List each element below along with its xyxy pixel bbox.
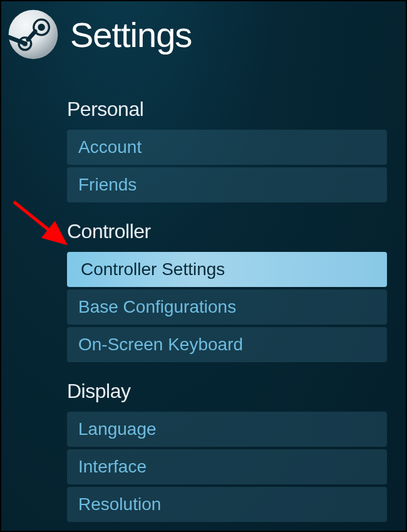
section-personal: Personal Account Friends bbox=[67, 98, 387, 202]
menu-item-label: Account bbox=[78, 137, 142, 157]
menu-item-label: On-Screen Keyboard bbox=[78, 335, 243, 354]
menu-item-base-configurations[interactable]: Base Configurations bbox=[67, 289, 387, 325]
menu-item-label: Friends bbox=[78, 175, 137, 194]
section-heading-display: Display bbox=[67, 380, 387, 403]
menu-item-language[interactable]: Language bbox=[67, 412, 387, 447]
settings-content: Personal Account Friends Controller Cont… bbox=[1, 73, 406, 522]
section-heading-personal: Personal bbox=[67, 98, 387, 121]
menu-item-on-screen-keyboard[interactable]: On-Screen Keyboard bbox=[67, 327, 387, 362]
menu-item-controller-settings[interactable]: Controller Settings bbox=[67, 252, 387, 287]
svg-point-2 bbox=[38, 24, 44, 31]
menu-item-account[interactable]: Account bbox=[67, 130, 387, 165]
header: Settings bbox=[1, 1, 406, 73]
section-display: Display Language Interface Resolution bbox=[67, 380, 387, 522]
menu-item-label: Resolution bbox=[78, 494, 161, 514]
section-controller: Controller Controller Settings Base Conf… bbox=[67, 220, 387, 362]
menu-item-label: Interface bbox=[78, 457, 147, 476]
menu-item-interface[interactable]: Interface bbox=[67, 449, 387, 484]
menu-item-label: Base Configurations bbox=[78, 297, 236, 316]
menu-item-resolution[interactable]: Resolution bbox=[67, 487, 387, 522]
menu-item-label: Language bbox=[78, 419, 157, 439]
menu-item-label: Controller Settings bbox=[81, 259, 225, 279]
menu-item-friends[interactable]: Friends bbox=[67, 167, 387, 202]
section-heading-controller: Controller bbox=[67, 220, 387, 243]
steam-logo-icon bbox=[8, 9, 59, 60]
page-title: Settings bbox=[70, 14, 192, 55]
